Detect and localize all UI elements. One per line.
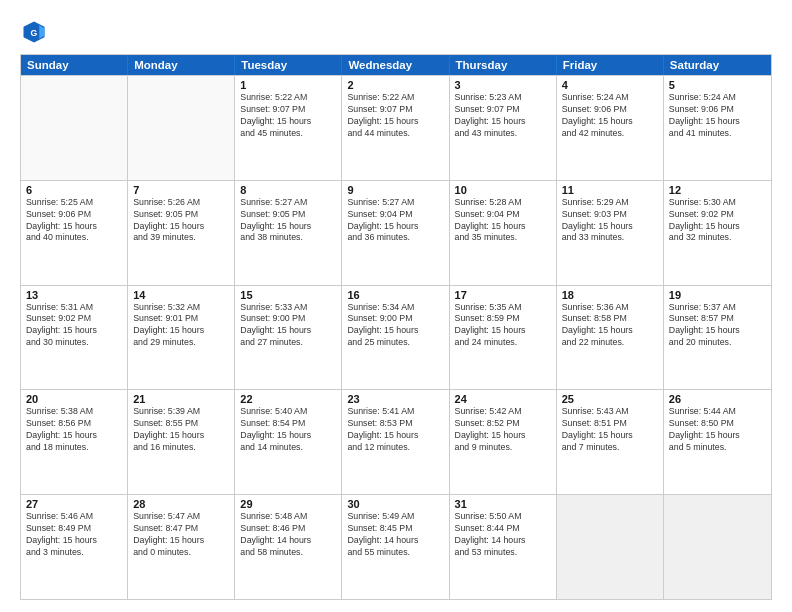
cell-line: Sunrise: 5:23 AM xyxy=(455,92,551,104)
cell-line: Sunrise: 5:31 AM xyxy=(26,302,122,314)
cell-line: Sunrise: 5:24 AM xyxy=(562,92,658,104)
calendar-cell: 30Sunrise: 5:49 AMSunset: 8:45 PMDayligh… xyxy=(342,495,449,599)
cell-line: Daylight: 15 hours xyxy=(347,221,443,233)
cell-line: Daylight: 15 hours xyxy=(240,116,336,128)
cell-line: and 40 minutes. xyxy=(26,232,122,244)
cell-line: Sunset: 9:06 PM xyxy=(669,104,766,116)
cell-line: Sunset: 9:07 PM xyxy=(347,104,443,116)
cell-line: and 42 minutes. xyxy=(562,128,658,140)
day-number: 9 xyxy=(347,184,443,196)
day-number: 2 xyxy=(347,79,443,91)
day-number: 30 xyxy=(347,498,443,510)
day-number: 13 xyxy=(26,289,122,301)
cell-line: Sunrise: 5:36 AM xyxy=(562,302,658,314)
cell-line: and 53 minutes. xyxy=(455,547,551,559)
cell-line: Daylight: 14 hours xyxy=(347,535,443,547)
logo-icon: G xyxy=(20,18,48,46)
cell-line: Daylight: 15 hours xyxy=(26,535,122,547)
cell-line: Sunrise: 5:33 AM xyxy=(240,302,336,314)
cell-line: Daylight: 15 hours xyxy=(133,535,229,547)
cell-line: Sunrise: 5:28 AM xyxy=(455,197,551,209)
cell-line: and 55 minutes. xyxy=(347,547,443,559)
cell-line: Sunset: 9:00 PM xyxy=(347,313,443,325)
cell-line: Sunset: 9:00 PM xyxy=(240,313,336,325)
day-number: 10 xyxy=(455,184,551,196)
day-number: 21 xyxy=(133,393,229,405)
logo: G xyxy=(20,18,52,46)
calendar: SundayMondayTuesdayWednesdayThursdayFrid… xyxy=(20,54,772,600)
cell-line: and 30 minutes. xyxy=(26,337,122,349)
cell-line: Sunrise: 5:22 AM xyxy=(240,92,336,104)
cell-line: Sunset: 9:05 PM xyxy=(133,209,229,221)
cell-line: and 24 minutes. xyxy=(455,337,551,349)
day-number: 8 xyxy=(240,184,336,196)
day-number: 5 xyxy=(669,79,766,91)
calendar-cell: 10Sunrise: 5:28 AMSunset: 9:04 PMDayligh… xyxy=(450,181,557,285)
cell-line: and 14 minutes. xyxy=(240,442,336,454)
day-number: 14 xyxy=(133,289,229,301)
cell-line: Sunset: 8:53 PM xyxy=(347,418,443,430)
cell-line: and 5 minutes. xyxy=(669,442,766,454)
calendar-row-4: 27Sunrise: 5:46 AMSunset: 8:49 PMDayligh… xyxy=(21,494,771,599)
cell-line: Sunrise: 5:46 AM xyxy=(26,511,122,523)
calendar-cell: 14Sunrise: 5:32 AMSunset: 9:01 PMDayligh… xyxy=(128,286,235,390)
cell-line: and 29 minutes. xyxy=(133,337,229,349)
cell-line: Sunrise: 5:27 AM xyxy=(240,197,336,209)
calendar-cell: 22Sunrise: 5:40 AMSunset: 8:54 PMDayligh… xyxy=(235,390,342,494)
calendar-cell: 2Sunrise: 5:22 AMSunset: 9:07 PMDaylight… xyxy=(342,76,449,180)
cell-line: Sunrise: 5:39 AM xyxy=(133,406,229,418)
day-number: 6 xyxy=(26,184,122,196)
cell-line: and 41 minutes. xyxy=(669,128,766,140)
cell-line: Sunset: 8:44 PM xyxy=(455,523,551,535)
cell-line: Sunset: 8:46 PM xyxy=(240,523,336,535)
cell-line: Sunset: 9:02 PM xyxy=(669,209,766,221)
calendar-cell: 19Sunrise: 5:37 AMSunset: 8:57 PMDayligh… xyxy=(664,286,771,390)
cell-line: Daylight: 15 hours xyxy=(133,325,229,337)
calendar-cell xyxy=(21,76,128,180)
cell-line: Sunset: 8:56 PM xyxy=(26,418,122,430)
day-of-week-monday: Monday xyxy=(128,55,235,75)
calendar-cell: 11Sunrise: 5:29 AMSunset: 9:03 PMDayligh… xyxy=(557,181,664,285)
calendar-cell: 18Sunrise: 5:36 AMSunset: 8:58 PMDayligh… xyxy=(557,286,664,390)
cell-line: and 12 minutes. xyxy=(347,442,443,454)
day-of-week-sunday: Sunday xyxy=(21,55,128,75)
cell-line: Daylight: 15 hours xyxy=(562,221,658,233)
cell-line: and 20 minutes. xyxy=(669,337,766,349)
cell-line: Sunrise: 5:29 AM xyxy=(562,197,658,209)
cell-line: Daylight: 15 hours xyxy=(562,325,658,337)
cell-line: Daylight: 15 hours xyxy=(240,221,336,233)
cell-line: Daylight: 14 hours xyxy=(240,535,336,547)
calendar-cell: 24Sunrise: 5:42 AMSunset: 8:52 PMDayligh… xyxy=(450,390,557,494)
cell-line: Sunrise: 5:49 AM xyxy=(347,511,443,523)
day-of-week-tuesday: Tuesday xyxy=(235,55,342,75)
cell-line: Daylight: 15 hours xyxy=(455,116,551,128)
day-number: 1 xyxy=(240,79,336,91)
calendar-cell: 28Sunrise: 5:47 AMSunset: 8:47 PMDayligh… xyxy=(128,495,235,599)
page: G SundayMondayTuesdayWednesdayThursdayFr… xyxy=(0,0,792,612)
calendar-cell xyxy=(128,76,235,180)
day-number: 11 xyxy=(562,184,658,196)
cell-line: Sunrise: 5:40 AM xyxy=(240,406,336,418)
cell-line: and 58 minutes. xyxy=(240,547,336,559)
day-number: 29 xyxy=(240,498,336,510)
calendar-header: SundayMondayTuesdayWednesdayThursdayFrid… xyxy=(21,55,771,75)
cell-line: Sunset: 8:52 PM xyxy=(455,418,551,430)
cell-line: Daylight: 15 hours xyxy=(562,430,658,442)
calendar-row-3: 20Sunrise: 5:38 AMSunset: 8:56 PMDayligh… xyxy=(21,389,771,494)
cell-line: Sunset: 8:45 PM xyxy=(347,523,443,535)
day-number: 27 xyxy=(26,498,122,510)
cell-line: and 18 minutes. xyxy=(26,442,122,454)
cell-line: Daylight: 15 hours xyxy=(669,325,766,337)
cell-line: and 32 minutes. xyxy=(669,232,766,244)
cell-line: Daylight: 15 hours xyxy=(133,430,229,442)
cell-line: Daylight: 15 hours xyxy=(669,221,766,233)
calendar-cell: 3Sunrise: 5:23 AMSunset: 9:07 PMDaylight… xyxy=(450,76,557,180)
cell-line: Sunrise: 5:34 AM xyxy=(347,302,443,314)
calendar-row-2: 13Sunrise: 5:31 AMSunset: 9:02 PMDayligh… xyxy=(21,285,771,390)
cell-line: Sunset: 8:54 PM xyxy=(240,418,336,430)
cell-line: and 36 minutes. xyxy=(347,232,443,244)
cell-line: Daylight: 15 hours xyxy=(562,116,658,128)
cell-line: Sunset: 8:47 PM xyxy=(133,523,229,535)
cell-line: Sunset: 9:07 PM xyxy=(455,104,551,116)
cell-line: and 38 minutes. xyxy=(240,232,336,244)
